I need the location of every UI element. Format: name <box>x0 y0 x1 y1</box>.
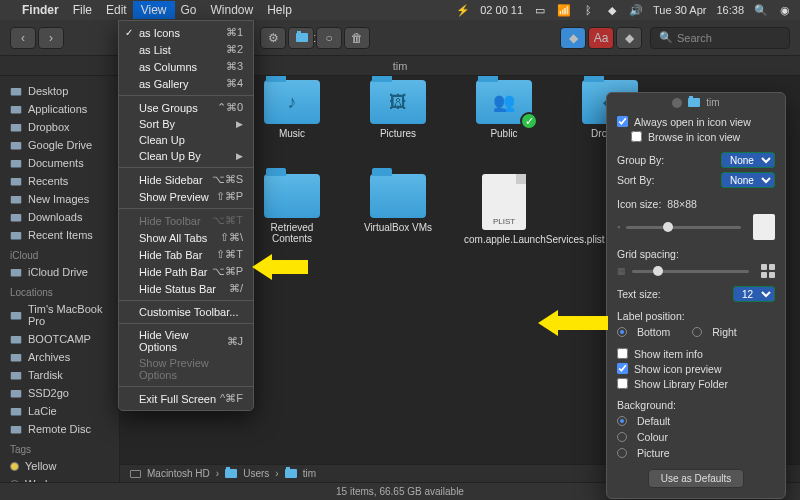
menu-item[interactable]: ✓as Icons⌘1 <box>119 24 253 41</box>
menu-item[interactable]: Clean Up <box>119 132 253 148</box>
use-as-defaults-button[interactable]: Use as Defaults <box>648 469 745 488</box>
menu-item-label: Hide Toolbar <box>139 215 201 227</box>
sidebar-item[interactable]: Recent Items <box>0 226 119 244</box>
show-library-folder-checkbox[interactable]: Show Library Folder <box>617 376 775 391</box>
label-position-label: Label position: <box>617 310 685 322</box>
screen-icon[interactable]: ▭ <box>533 3 547 17</box>
sidebar-item[interactable]: Remote Disc <box>0 420 119 438</box>
menu-item[interactable]: Customise Toolbar... <box>119 304 253 320</box>
recent-icon <box>10 175 22 187</box>
sidebar-item[interactable]: Documents <box>0 154 119 172</box>
sidebar-item[interactable]: BOOTCAMP <box>0 330 119 348</box>
shortcut-label: ⌘3 <box>226 60 243 73</box>
bg-picture-radio[interactable] <box>617 448 627 458</box>
disk-icon <box>10 387 22 399</box>
label-pos-right-radio[interactable] <box>692 327 702 337</box>
sidebar-item[interactable]: Applications <box>0 100 119 118</box>
sidebar-item[interactable]: Tardisk <box>0 366 119 384</box>
sidebar-heading: Tags <box>0 438 119 457</box>
menu-help[interactable]: Help <box>267 3 292 17</box>
forward-button[interactable]: › <box>38 27 64 49</box>
menu-item[interactable]: Use Groups⌃⌘0 <box>119 99 253 116</box>
label-pos-bottom-radio[interactable] <box>617 327 627 337</box>
menu-item[interactable]: Hide Path Bar⌥⌘P <box>119 263 253 280</box>
path-seg[interactable]: Users <box>243 468 269 479</box>
text-size-select[interactable]: 12 <box>733 286 775 302</box>
sidebar-item[interactable]: Recents <box>0 172 119 190</box>
menu-item[interactable]: as Columns⌘3 <box>119 58 253 75</box>
search-input[interactable]: 🔍 Search <box>650 27 790 49</box>
back-button[interactable]: ‹ <box>10 27 36 49</box>
sidebar-item[interactable]: LaCie <box>0 402 119 420</box>
file-icon[interactable]: ♪Music <box>252 80 332 140</box>
sidebar-item[interactable]: Work <box>0 475 119 482</box>
sidebar-item-label: LaCie <box>28 405 57 417</box>
trash-icon[interactable]: 🗑 <box>344 27 370 49</box>
path-seg[interactable]: tim <box>303 468 316 479</box>
menu-file[interactable]: File <box>73 3 92 17</box>
sidebar-item[interactable]: New Images <box>0 190 119 208</box>
close-icon[interactable] <box>672 98 682 108</box>
sidebar-item[interactable]: Dropbox <box>0 118 119 136</box>
tool-app-icon-1[interactable]: ◆ <box>560 27 586 49</box>
file-icon[interactable]: VirtualBox VMs <box>358 174 438 246</box>
sidebar-item[interactable]: Archives <box>0 348 119 366</box>
group-by-select[interactable]: None <box>721 152 775 168</box>
always-open-icon-checkbox[interactable]: Always open in icon view <box>617 114 775 129</box>
wifi-icon[interactable]: 📶 <box>557 3 571 17</box>
app-menu-finder[interactable]: Finder <box>22 3 59 17</box>
menu-window[interactable]: Window <box>211 3 254 17</box>
battery-icon[interactable]: ⚡ <box>456 3 470 17</box>
sidebar-item-label: SSD2go <box>28 387 69 399</box>
icon-size-slider[interactable] <box>626 226 741 229</box>
bg-colour-radio[interactable] <box>617 432 627 442</box>
path-seg[interactable]: Macintosh HD <box>147 468 210 479</box>
svg-rect-1 <box>11 106 22 114</box>
sidebar-item-label: Applications <box>28 103 87 115</box>
menu-item[interactable]: as List⌘2 <box>119 41 253 58</box>
menu-item[interactable]: Hide View Options⌘J <box>119 327 253 355</box>
menu-item[interactable]: Sort By▶ <box>119 116 253 132</box>
file-icon[interactable]: 👥✓Public <box>464 80 544 140</box>
tags-icon[interactable]: ○ <box>316 27 342 49</box>
menu-item[interactable]: Show All Tabs⇧⌘\ <box>119 229 253 246</box>
sidebar-item[interactable]: Desktop <box>0 82 119 100</box>
menu-item[interactable]: Clean Up By▶ <box>119 148 253 164</box>
spotlight-icon[interactable]: 🔍 <box>754 3 768 17</box>
dropbox-icon[interactable]: ◆ <box>605 3 619 17</box>
sidebar-item[interactable]: Downloads <box>0 208 119 226</box>
browse-icon-checkbox[interactable]: Browse in icon view <box>617 129 775 144</box>
sidebar-item[interactable]: SSD2go <box>0 384 119 402</box>
gear-icon[interactable]: ⚙ <box>260 27 286 49</box>
menu-item[interactable]: Show Preview⇧⌘P <box>119 188 253 205</box>
menu-item[interactable]: Hide Status Bar⌘/ <box>119 280 253 297</box>
sidebar-item[interactable]: Google Drive <box>0 136 119 154</box>
bg-default-radio[interactable] <box>617 416 627 426</box>
file-icon[interactable]: Retrieved Contents <box>252 174 332 246</box>
sidebar-item[interactable]: iCloud Drive <box>0 263 119 281</box>
menu-item[interactable]: Exit Full Screen^⌘F <box>119 390 253 407</box>
tool-dropbox-icon[interactable]: ◆ <box>616 27 642 49</box>
siri-icon[interactable]: ◉ <box>778 3 792 17</box>
file-icon[interactable]: PLISTcom.apple.LaunchServices.plist <box>464 174 544 246</box>
grid-spacing-slider[interactable] <box>632 270 749 273</box>
sidebar-item[interactable]: Yellow <box>0 457 119 475</box>
bluetooth-icon[interactable]: ᛒ <box>581 3 595 17</box>
menu-edit[interactable]: Edit <box>106 3 127 17</box>
menu-item: Hide Toolbar⌥⌘T <box>119 212 253 229</box>
menu-item[interactable]: as Gallery⌘4 <box>119 75 253 92</box>
menu-view[interactable]: View <box>133 1 175 19</box>
icon-size-label: Icon size: <box>617 198 661 210</box>
show-item-info-checkbox[interactable]: Show item info <box>617 346 775 361</box>
sidebar-item[interactable]: Tim's MacBook Pro <box>0 300 119 330</box>
sort-by-select[interactable]: None <box>721 172 775 188</box>
menu-item[interactable]: Hide Sidebar⌥⌘S <box>119 171 253 188</box>
show-icon-preview-checkbox[interactable]: Show icon preview <box>617 361 775 376</box>
menu-go[interactable]: Go <box>181 3 197 17</box>
svg-rect-14 <box>11 390 22 398</box>
shortcut-label: ⌘2 <box>226 43 243 56</box>
volume-icon[interactable]: 🔊 <box>629 3 643 17</box>
tool-app-icon-2[interactable]: Aa <box>588 27 614 49</box>
menu-item[interactable]: Hide Tab Bar⇧⌘T <box>119 246 253 263</box>
file-icon[interactable]: 🖼Pictures <box>358 80 438 140</box>
